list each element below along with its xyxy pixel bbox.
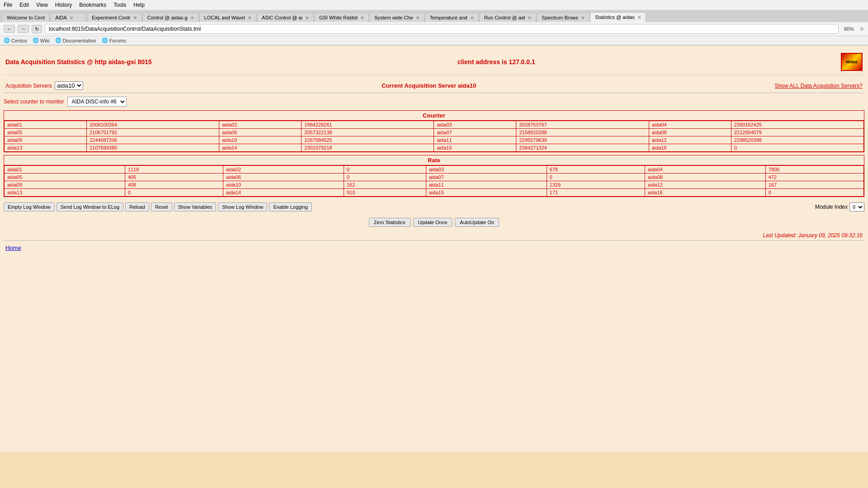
menu-bar: File Edit View History Bookmarks Tools H… — [0, 0, 868, 10]
bookmark-documentation[interactable]: 🌐 Documentation — [55, 38, 96, 43]
tab-label: ASIC Control @ ai — [262, 15, 302, 20]
forward-button[interactable]: → — [18, 25, 29, 33]
tab-system-check[interactable]: System wide Che ✕ — [369, 13, 425, 22]
tab-aida[interactable]: AIDA ✕ — [50, 13, 86, 22]
rate-cell-label: aida15 — [426, 189, 547, 197]
menu-edit[interactable]: Edit — [19, 2, 29, 8]
globe-icon: 🌐 — [33, 38, 39, 43]
module-index-label: Module Index — [815, 204, 848, 210]
last-updated: Last Updated: January 09, 2025 09:32:16 — [4, 230, 864, 240]
bookmark-centos[interactable]: 🌐 Centos — [4, 38, 27, 43]
send-log-button[interactable]: Send Log Window to ELog — [57, 202, 123, 211]
bookmark-forums[interactable]: 🌐 Forums — [102, 38, 126, 43]
counter-cell-label: aida08 — [649, 129, 731, 136]
reset-button[interactable]: Reset — [151, 202, 172, 211]
page-title: Data Acquisition Statistics @ http aidas… — [5, 58, 152, 66]
rate-cell-label: aida07 — [426, 174, 547, 181]
zoom-level: 80% — [841, 25, 857, 33]
center-buttons: Zero Statistics Update Once AutoUpdate O… — [4, 214, 864, 230]
tab-control-aidas[interactable]: Control @ aidas-g ✕ — [142, 13, 199, 22]
tab-experiment[interactable]: Experiment Contr ✕ — [87, 13, 142, 22]
server-dropdown[interactable]: aida10 — [55, 81, 83, 90]
menu-view[interactable]: View — [36, 2, 48, 8]
tab-label: Control @ aidas-g — [147, 15, 188, 20]
rate-cell-label: aida10 — [223, 181, 344, 189]
tab-spectrum-browser[interactable]: Spectrum Brows ✕ — [537, 13, 590, 22]
table-row: aida092244687206aida102267084525aida1122… — [5, 136, 864, 144]
server-bar: Acquisition Servers aida10 Current Acqui… — [4, 79, 864, 93]
home-link[interactable]: Home — [5, 244, 21, 251]
counter-section: Counter aida012008100364aida021984228261… — [4, 110, 864, 152]
globe-icon: 🌐 — [102, 38, 108, 43]
rate-cell-value: 0 — [344, 174, 426, 181]
counter-cell-label: aida03 — [434, 121, 516, 129]
counter-select-label: Select counter to monitor — [4, 99, 64, 105]
rate-cell-value: 910 — [344, 189, 426, 197]
rate-cell-label: aida06 — [223, 174, 344, 181]
enable-logging-button[interactable]: Enable Logging — [269, 202, 311, 211]
menu-help[interactable]: Help — [133, 2, 145, 8]
tab-close-icon[interactable]: ✕ — [248, 15, 251, 20]
rate-cell-value: 408 — [125, 181, 223, 189]
zero-statistics-button[interactable]: Zero Statistics — [369, 218, 410, 227]
counter-cell-label: aida07 — [434, 129, 516, 136]
tab-asic-control[interactable]: ASIC Control @ ai ✕ — [257, 13, 314, 22]
tab-statistics[interactable]: Statistics @ aidas ✕ — [590, 12, 646, 22]
table-row: aida011118aida020aida03678aida047800 — [5, 166, 864, 174]
rate-section: Rate aida011118aida020aida03678aida04780… — [4, 155, 864, 197]
tab-welcome[interactable]: Welcome to Cent — [2, 13, 50, 22]
counter-cell-label: aida13 — [5, 144, 87, 152]
counter-cell-label: aida14 — [219, 144, 302, 152]
tab-close-icon[interactable]: ✕ — [305, 15, 309, 20]
reload-button[interactable]: ↻ — [32, 25, 42, 33]
module-index-select[interactable]: 0 — [849, 202, 864, 211]
menu-bookmarks[interactable]: Bookmarks — [79, 2, 106, 8]
bookmark-label: Wiki — [40, 38, 50, 43]
menu-history[interactable]: History — [55, 2, 72, 8]
rate-cell-value: 472 — [765, 174, 863, 181]
counter-cell-label: aida02 — [219, 121, 302, 129]
tab-close-icon[interactable]: ✕ — [360, 15, 364, 20]
counter-cell-label: aida04 — [649, 121, 731, 129]
counter-dropdown[interactable]: AIDA DISC-info #1 AIDA DISC-info #2 AIDA… — [67, 97, 127, 107]
address-bar: ← → ↻ 80% ☆ — [0, 22, 868, 36]
tab-label: System wide Che — [374, 15, 413, 20]
table-row: aida132107699380aida142301079218aida1523… — [5, 144, 864, 152]
menu-tools[interactable]: Tools — [113, 2, 126, 8]
counter-table: aida012008100364aida021984228261aida0320… — [4, 121, 864, 152]
back-button[interactable]: ← — [4, 25, 15, 33]
rate-cell-label: aida01 — [5, 166, 125, 174]
tab-temperature[interactable]: Temperature and ✕ — [425, 13, 479, 22]
rate-cell-label: aida12 — [645, 181, 765, 189]
bookmark-star-icon[interactable]: ☆ — [859, 26, 864, 32]
tab-run-control[interactable]: Run Control @ aid ✕ — [479, 13, 537, 22]
tab-close-icon[interactable]: ✕ — [637, 15, 641, 20]
tab-label: Run Control @ aid — [484, 15, 525, 20]
tab-close-icon[interactable]: ✕ — [528, 15, 531, 20]
tab-gsi-white-rabbit[interactable]: GSI White Rabbit ✕ — [314, 13, 369, 22]
address-input[interactable] — [45, 24, 839, 34]
counter-cell-value: 2212004079 — [731, 129, 863, 136]
tab-local-wavel[interactable]: LOCAL and Wavel ✕ — [199, 13, 256, 22]
tab-close-icon[interactable]: ✕ — [133, 15, 137, 20]
page-header: Data Acquisition Statistics @ http aidas… — [4, 49, 864, 75]
reload-button-page[interactable]: Reload — [125, 202, 149, 211]
counter-cell-value: 2057322138 — [302, 129, 434, 136]
bookmark-wiki[interactable]: 🌐 Wiki — [33, 38, 50, 43]
empty-log-button[interactable]: Empty Log Window — [4, 202, 55, 211]
tab-close-icon[interactable]: ✕ — [190, 15, 194, 20]
bookmarks-bar: 🌐 Centos 🌐 Wiki 🌐 Documentation 🌐 Forums — [0, 36, 868, 45]
tab-close-icon[interactable]: ✕ — [470, 15, 474, 20]
table-row: aida09408aida10162aida111329aida12167 — [5, 181, 864, 189]
show-log-button[interactable]: Show Log Window — [218, 202, 267, 211]
auto-update-button[interactable]: AutoUpdate On — [455, 218, 499, 227]
update-once-button[interactable]: Update Once — [413, 218, 453, 227]
table-row: aida052106751792aida062057322138aida0721… — [5, 129, 864, 136]
menu-file[interactable]: File — [4, 2, 12, 8]
tab-close-icon[interactable]: ✕ — [70, 15, 73, 20]
tab-close-icon[interactable]: ✕ — [581, 15, 585, 20]
tab-close-icon[interactable]: ✕ — [416, 15, 420, 20]
show-variables-button[interactable]: Show Variables — [174, 202, 217, 211]
counter-cell-label: aida12 — [649, 136, 731, 144]
show-all-servers-link[interactable]: Show ALL Data Acquisition Servers? — [775, 83, 863, 89]
